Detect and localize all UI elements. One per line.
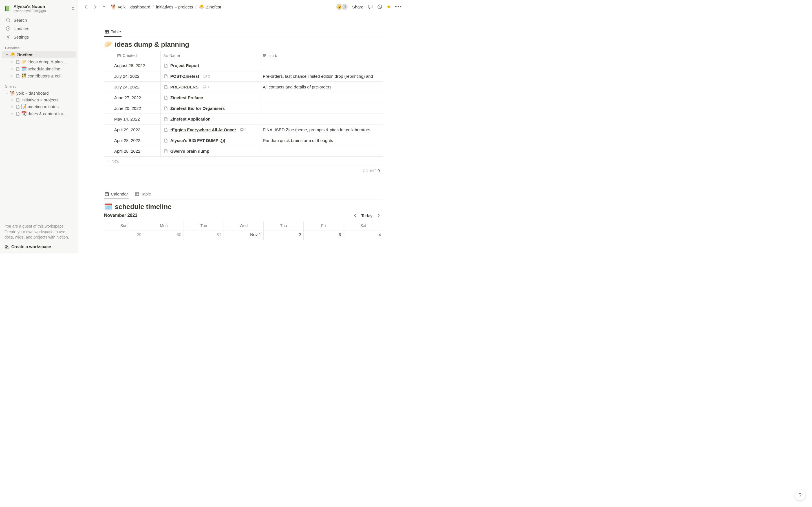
chevron-icon[interactable] [10, 99, 15, 101]
row-title: Zinefest Preface [170, 95, 203, 100]
column-header-blurb[interactable]: blurb [260, 51, 383, 60]
comment-count-chip[interactable]: 1 [240, 128, 247, 132]
breadcrumb-label: Zinefest [206, 4, 221, 9]
table-row[interactable]: July 24, 2022POST-Zinefest2Pre-orders, l… [104, 71, 383, 82]
presence-avatars[interactable]: 🐱 🐰 [338, 3, 348, 10]
cell-created: July 24, 2022 [104, 82, 160, 92]
sidebar-page-item[interactable]: 🥟ideas dump & plan... [2, 58, 77, 65]
sidebar-page-item[interactable]: initiatives + projects [2, 97, 77, 103]
chevron-icon[interactable] [10, 112, 15, 115]
cell-name[interactable]: Alyssa's BIG FAT DUMP :))) [160, 135, 260, 146]
updates-nav[interactable]: Updates [0, 24, 78, 33]
svg-rect-9 [204, 75, 207, 77]
create-workspace-button[interactable]: Create a workspace [4, 244, 73, 249]
main-content: + 🐕yölk ~ dashboard/initiatives + projec… [79, 0, 406, 253]
column-header-created[interactable]: Created [104, 51, 160, 60]
breadcrumb-item[interactable]: initiatives + projects [156, 4, 193, 9]
calendar-day-header: Sat [343, 221, 383, 230]
view-tab-calendar[interactable]: Calendar [104, 190, 129, 199]
cell-blurb[interactable] [260, 114, 383, 124]
cell-blurb[interactable]: All contacts and details of pre-orders [260, 82, 383, 92]
breadcrumb: 🐕yölk ~ dashboard/initiatives + projects… [111, 4, 221, 10]
svg-rect-12 [105, 193, 109, 196]
workspace-switcher[interactable]: 📗 Alyssa's Notion gwendolyn10.lin@gm... [0, 3, 78, 16]
database-emoji-icon: 🗓️ [104, 203, 112, 211]
cell-blurb[interactable] [260, 60, 383, 71]
table-row[interactable]: July 24, 2022PRE-ORDERS1All contacts and… [104, 82, 383, 93]
table-row[interactable]: April 28, 2022Gwen's brain dump [104, 146, 383, 157]
sidebar-page-item[interactable]: 🗓️schedule timeline [2, 65, 77, 72]
new-tab-button[interactable]: + [100, 3, 108, 11]
calendar-cell[interactable]: 2 [263, 230, 303, 240]
calendar-cell[interactable]: Nov 1 [223, 230, 264, 240]
cell-name[interactable]: *Eggies Everywhere All At Once*1 [160, 124, 260, 135]
table-row[interactable]: June 20, 2022Zinefest Bio for Organisers [104, 103, 383, 114]
table-row[interactable]: April 29, 2022*Eggies Everywhere All At … [104, 124, 383, 135]
chevron-icon[interactable] [10, 75, 15, 77]
table-row[interactable]: April 28, 2022Alyssa's BIG FAT DUMP :)))… [104, 135, 383, 146]
chevron-icon[interactable] [10, 68, 15, 70]
cell-name[interactable]: Zinefest Application [160, 114, 260, 124]
favorite-star-icon[interactable]: ★ [387, 4, 391, 10]
sidebar-page-item[interactable]: 🐣Zinefest [2, 51, 77, 58]
calendar-next-button[interactable] [376, 214, 380, 217]
cell-blurb[interactable] [260, 146, 383, 156]
cell-name[interactable]: Zinefest Bio for Organisers [160, 103, 260, 114]
calendar-day-header: Wed [223, 221, 264, 230]
table-row[interactable]: May 14, 2022Zinefest Application [104, 114, 383, 124]
new-row-button[interactable]: + New [104, 157, 383, 166]
calendar-cell[interactable]: 29 [104, 230, 144, 240]
calendar-date-number: Nov 1 [250, 232, 261, 237]
page-label: yölk ~ dashboard [16, 91, 73, 96]
search-nav[interactable]: Search [0, 16, 78, 24]
cell-name[interactable]: Gwen's brain dump [160, 146, 260, 156]
table-row[interactable]: June 27, 2022Zinefest Preface [104, 93, 383, 103]
comment-count-chip[interactable]: 1 [202, 85, 209, 89]
cell-blurb[interactable]: Pre-orders, last chance limited edition … [260, 71, 383, 81]
calendar-prev-button[interactable] [353, 214, 357, 217]
calendar-cell[interactable]: 30 [144, 230, 184, 240]
breadcrumb-emoji-icon: 🐣 [199, 4, 204, 10]
chevron-icon[interactable] [4, 92, 10, 95]
table-row[interactable]: August 28, 2022Project Report [104, 60, 383, 71]
database-title[interactable]: 🥟 ideas dump & planning [104, 41, 383, 48]
cell-blurb[interactable] [260, 93, 383, 103]
calendar-day-header: Mon [144, 221, 184, 230]
sidebar-page-item[interactable]: 📝meeting minutes [2, 103, 77, 110]
share-button[interactable]: Share [352, 4, 363, 9]
nav-back-button[interactable] [82, 3, 90, 10]
cell-name[interactable]: PRE-ORDERS1 [160, 82, 260, 92]
cell-blurb[interactable]: FINALISED Zine theme, prompts & pitch fo… [260, 124, 383, 135]
breadcrumb-item[interactable]: 🐣Zinefest [199, 4, 221, 10]
cell-name[interactable]: Zinefest Preface [160, 93, 260, 103]
calendar-cell[interactable]: 31 [184, 230, 223, 240]
view-tab-table[interactable]: Table [104, 27, 121, 37]
nav-forward-button[interactable] [91, 3, 99, 10]
sidebar-page-item[interactable]: 🐕yölk ~ dashboard [2, 90, 77, 97]
breadcrumb-item[interactable]: 🐕yölk ~ dashboard [111, 4, 151, 10]
chevron-icon[interactable] [4, 54, 10, 56]
database-title[interactable]: 🗓️ schedule timeline [104, 203, 383, 211]
svg-rect-5 [368, 5, 372, 8]
comment-count-chip[interactable]: 2 [203, 74, 210, 78]
more-menu-button[interactable]: ••• [395, 4, 402, 10]
chevron-icon[interactable] [10, 105, 15, 108]
page-icon [15, 67, 21, 71]
page-icon [163, 128, 168, 132]
view-tab-table[interactable]: Table [134, 190, 152, 199]
page-icon [163, 106, 168, 111]
calendar-cell[interactable]: 3 [303, 230, 343, 240]
cell-blurb[interactable]: Random quick brainstorm of thoughts [260, 135, 383, 146]
column-header-name[interactable]: Aa Name [160, 51, 260, 60]
sidebar-page-item[interactable]: 👯contributors & coll... [2, 72, 77, 79]
comments-icon[interactable] [367, 4, 373, 10]
updates-icon[interactable] [377, 4, 383, 10]
cell-name[interactable]: POST-Zinefest2 [160, 71, 260, 81]
calendar-cell[interactable]: 4 [343, 230, 383, 240]
sidebar-page-item[interactable]: 📆dates & content for... [2, 110, 77, 117]
cell-name[interactable]: Project Report [160, 60, 260, 71]
calendar-today-button[interactable]: Today [361, 213, 372, 218]
chevron-icon[interactable] [10, 61, 15, 63]
settings-nav[interactable]: Settings [0, 33, 78, 41]
cell-blurb[interactable] [260, 103, 383, 114]
